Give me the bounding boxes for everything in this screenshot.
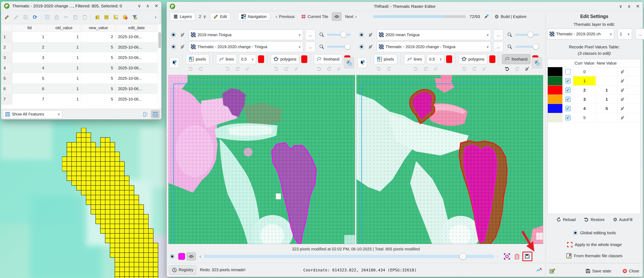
cell-new-value[interactable]: 2 xyxy=(81,31,116,42)
curr-value-cell[interactable]: 1 xyxy=(574,76,596,85)
pointer-info-tool-button[interactable] xyxy=(170,57,179,68)
select-all-icon[interactable] xyxy=(103,14,110,20)
recode-row[interactable]: ✓ 5 xyxy=(548,113,640,122)
copy-icon[interactable] xyxy=(72,14,79,20)
row-number[interactable]: 7 xyxy=(1,94,12,104)
slider-right-arrow-icon[interactable]: › xyxy=(497,254,498,259)
clean-layer-icon[interactable] xyxy=(368,44,373,49)
recode-pixel-values-table[interactable]: Curr Value New Value 0 ✓ 1 ✓ 2 1 ✓ 3 1 ✓ xyxy=(548,59,640,214)
clean-layer-icon[interactable] xyxy=(180,32,185,37)
autofill-button[interactable]: ⚙ AutoFill xyxy=(613,217,632,223)
cell-edit-date[interactable]: 2025-10-06... xyxy=(116,52,158,63)
layer2-options-button[interactable]: ... xyxy=(493,41,504,52)
pan-to-tile-icon[interactable] xyxy=(484,14,489,19)
registry-button[interactable]: Registry xyxy=(169,266,196,275)
redo-icon[interactable] xyxy=(198,66,203,71)
curr-value-cell[interactable]: 3 xyxy=(574,95,596,104)
class-color-swatch[interactable] xyxy=(548,113,562,122)
edit-button[interactable]: Edit xyxy=(210,12,230,21)
undo-icon[interactable] xyxy=(376,66,381,71)
global-editing-radio[interactable] xyxy=(573,231,578,235)
recode-row[interactable]: ✓ 1 xyxy=(548,76,640,85)
clean-class-icon[interactable] xyxy=(620,69,625,74)
row-number[interactable]: 2 xyxy=(1,42,12,52)
symbology-edit-icon[interactable] xyxy=(549,268,555,274)
clean-icon[interactable] xyxy=(525,66,530,71)
navigation-button[interactable]: Navigation xyxy=(238,12,270,21)
undo-icon[interactable] xyxy=(274,66,279,71)
view-layer1-dropdown[interactable]: 2020 mean Tinigua∨ xyxy=(377,29,491,40)
nav-radio[interactable] xyxy=(170,254,175,259)
layer1-active-radio[interactable] xyxy=(171,32,176,37)
cell-fid[interactable]: 4 xyxy=(12,63,47,73)
zoom-layer-icon[interactable] xyxy=(319,32,324,37)
cell-fid[interactable]: 5 xyxy=(12,73,47,83)
table-row[interactable]: 6 6 1 5 2025-10-06... xyxy=(1,83,158,94)
cell-edit-date[interactable]: 2025-10-06... xyxy=(116,94,158,104)
current-tile-button[interactable]: Current Tile xyxy=(301,14,328,19)
table-row[interactable]: 5 5 1 5 2025-10-06... xyxy=(1,73,158,83)
view-layer1-dropdown[interactable]: 2019 mean Tinigua∨ xyxy=(189,29,303,40)
clean-class-icon[interactable] xyxy=(620,106,625,111)
cell-new-value[interactable]: 5 xyxy=(81,83,116,94)
column-header-fid[interactable]: fid xyxy=(12,24,47,31)
pointer-info-tool-button[interactable] xyxy=(358,57,367,68)
apply-whole-image-icon[interactable] xyxy=(567,242,572,247)
zoom-to-edits-icon[interactable] xyxy=(504,254,510,260)
layer1-opacity-slider[interactable] xyxy=(327,34,351,36)
pixels-tool-button[interactable]: pixels xyxy=(374,54,397,64)
cell-new-value[interactable]: 5 xyxy=(81,42,116,52)
toggle-editing-icon[interactable] xyxy=(4,14,10,20)
row-number[interactable]: 5 xyxy=(1,73,12,83)
class-enabled-checkbox[interactable]: ✓ xyxy=(565,78,571,84)
new-value-cell[interactable] xyxy=(596,76,618,85)
class-enabled-checkbox[interactable] xyxy=(565,69,571,74)
undo-icon[interactable] xyxy=(188,66,193,71)
lines-color-swatch[interactable] xyxy=(258,55,264,63)
cell-fid[interactable]: 7 xyxy=(12,94,47,104)
save-edits-icon[interactable] xyxy=(22,14,29,20)
band-dropdown[interactable]: 1∨ xyxy=(618,28,632,39)
form-view-icon[interactable] xyxy=(142,111,149,118)
cell-edit-date[interactable]: 2025-10-06... xyxy=(116,73,158,83)
row-number[interactable]: 6 xyxy=(1,83,12,94)
cell-new-value[interactable]: 5 xyxy=(81,73,116,83)
close-window-icon[interactable]: ✕ xyxy=(636,4,640,9)
next-tile-button[interactable]: Next› xyxy=(345,14,357,19)
cell-old-value[interactable]: 1 xyxy=(47,73,81,83)
save-edits-highlighted-button[interactable] xyxy=(522,252,532,261)
thrase-window[interactable]: ThRasE - Thematic Raster Editor ∨ ∧ ✕ La… xyxy=(166,1,643,277)
cell-edit-date[interactable]: 2025-10-06... xyxy=(116,31,158,42)
recode-row[interactable]: ✓ 2 1 xyxy=(548,85,640,95)
polygons-tool-button[interactable]: polygons xyxy=(459,54,487,64)
new-value-cell[interactable] xyxy=(596,113,618,122)
build-explore-button[interactable]: ⚙ Build | Explore xyxy=(494,14,526,19)
cell-edit-date[interactable]: 2025-10-06... xyxy=(116,42,158,52)
thematic-layer-dropdown[interactable]: Thematic - 2019-2020 ch ∨ xyxy=(547,28,614,39)
polygons-color-swatch[interactable] xyxy=(489,55,495,63)
edit-color-swatch[interactable] xyxy=(178,253,185,260)
polygons-tool-button[interactable]: polygons xyxy=(271,54,299,64)
paste-icon[interactable] xyxy=(82,14,88,20)
redo-icon[interactable] xyxy=(472,66,477,71)
undo-icon[interactable] xyxy=(505,66,510,71)
class-color-swatch[interactable] xyxy=(548,95,562,104)
redo-icon[interactable] xyxy=(235,66,240,71)
layer2-active-radio[interactable] xyxy=(171,44,176,49)
tile-slider[interactable] xyxy=(204,251,494,262)
layers-count-dropdown[interactable]: 2∨ xyxy=(199,14,206,19)
cell-old-value[interactable]: 1 xyxy=(47,52,81,63)
table-row[interactable]: 1 1 1 2 2025-10-06... xyxy=(1,31,158,42)
shade-window-icon[interactable]: ∨ xyxy=(619,4,622,9)
from-thematic-classes-icon[interactable] xyxy=(566,253,572,259)
column-header-edit_date[interactable]: edit_date xyxy=(116,24,158,31)
clean-class-icon[interactable] xyxy=(620,88,625,92)
slider-left-arrow-icon[interactable]: ‹ xyxy=(200,254,201,259)
attribute-table-grid[interactable]: fidold_valuenew_valueedit_date 1 1 1 2 2… xyxy=(1,24,162,109)
line-width-dropdown[interactable]: 0.5∨ xyxy=(239,54,256,64)
view-layer2-dropdown[interactable]: Thematic - 2019-2020 change - Tinigua∨ xyxy=(189,41,303,52)
table-row[interactable]: 4 4 1 5 2025-10-06... xyxy=(1,63,158,73)
class-color-swatch[interactable] xyxy=(548,85,562,94)
row-number[interactable]: 3 xyxy=(1,52,12,63)
freehand-tool-button[interactable]: freehand xyxy=(502,54,530,64)
